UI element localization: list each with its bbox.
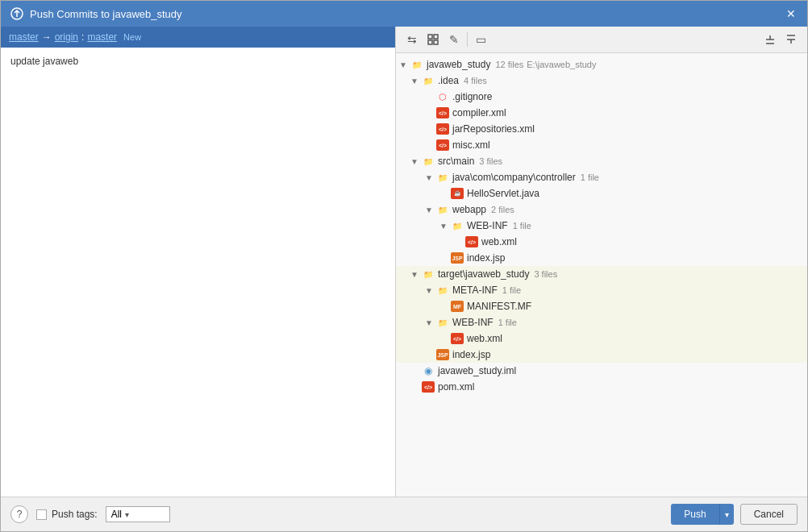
tree-srcmain[interactable]: 📁 src\main 3 files bbox=[396, 153, 807, 169]
idea-name: .idea bbox=[438, 75, 459, 86]
push-dropdown-button[interactable]: ▾ bbox=[719, 504, 734, 525]
tree-target-webxml[interactable]: </> web.xml bbox=[396, 330, 807, 347]
left-panel: master → origin : master New update java… bbox=[1, 27, 396, 497]
view-button[interactable]: ▭ bbox=[471, 30, 490, 49]
folder-icon: 📁 bbox=[436, 316, 449, 329]
xml-icon: </> bbox=[436, 139, 449, 152]
dialog-title: Push Commits to javaweb_study bbox=[30, 8, 182, 20]
commit-item[interactable]: update javaweb bbox=[1, 51, 395, 72]
metainf-meta: 1 file bbox=[502, 285, 521, 295]
srcmain-meta: 3 files bbox=[479, 156, 502, 166]
branch-arrow: → bbox=[42, 31, 52, 43]
remote-name[interactable]: origin bbox=[55, 31, 78, 43]
expand-all-button[interactable]: ⇆ bbox=[402, 30, 422, 49]
git-icon: ⬡ bbox=[436, 90, 449, 103]
commit-list: update javaweb bbox=[1, 48, 395, 497]
folder-icon: 📁 bbox=[436, 171, 449, 184]
tree-webapp-index[interactable]: JSP index.jsp bbox=[396, 250, 807, 266]
grid-icon bbox=[427, 34, 439, 45]
xml-icon: </> bbox=[422, 380, 435, 393]
toolbar-right bbox=[760, 30, 801, 49]
target-webxml-name: web.xml bbox=[467, 333, 502, 344]
footer-actions: Push ▾ Cancel bbox=[671, 504, 798, 525]
webapp-webxml-name: web.xml bbox=[481, 236, 517, 247]
target-meta: 3 files bbox=[534, 269, 557, 279]
tree-compiler-xml[interactable]: </> compiler.xml bbox=[396, 105, 807, 121]
idea-meta: 4 files bbox=[464, 76, 487, 85]
tree-target-index[interactable]: JSP index.jsp bbox=[396, 347, 807, 363]
new-badge: New bbox=[123, 32, 141, 42]
tree-arrow-webinf2 bbox=[425, 318, 436, 327]
tree-metainf[interactable]: 📁 META-INF 1 file bbox=[396, 282, 807, 298]
svg-rect-1 bbox=[428, 35, 432, 39]
local-branch[interactable]: master bbox=[9, 31, 39, 43]
webapp-index-name: index.jsp bbox=[467, 252, 505, 264]
target-name: target\javaweb_study bbox=[438, 268, 529, 280]
gitignore-name: .gitignore bbox=[452, 91, 492, 102]
tree-pom[interactable]: </> pom.xml bbox=[396, 379, 807, 395]
root-meta: 12 files bbox=[495, 60, 523, 69]
tree-arrow-webinf1 bbox=[439, 222, 451, 231]
push-tags-dropdown[interactable]: All ▾ bbox=[106, 506, 170, 522]
push-button[interactable]: Push bbox=[671, 504, 718, 525]
folder-icon: 📁 bbox=[436, 284, 449, 297]
root-name: javaweb_study bbox=[427, 59, 490, 70]
tree-helloservlet[interactable]: ☕ HelloServlet.java bbox=[396, 185, 807, 202]
collapse-button[interactable] bbox=[760, 30, 780, 49]
folder-icon: 📁 bbox=[436, 203, 449, 216]
push-button-group: Push ▾ bbox=[671, 504, 733, 525]
iml-name: javaweb_study.iml bbox=[438, 365, 516, 376]
tree-webinf1[interactable]: 📁 WEB-INF 1 file bbox=[396, 218, 807, 234]
webinf1-name: WEB-INF bbox=[467, 220, 508, 231]
webinf2-name: WEB-INF bbox=[452, 317, 494, 328]
jar-xml-name: jarRepositories.xml bbox=[452, 123, 535, 135]
pom-name: pom.xml bbox=[438, 381, 474, 393]
expand-button[interactable] bbox=[781, 30, 801, 49]
remote-branch[interactable]: master bbox=[87, 31, 117, 43]
tree-gitignore[interactable]: ⬡ .gitignore bbox=[396, 89, 807, 105]
jsp-icon: JSP bbox=[451, 251, 464, 264]
dropdown-arrow: ▾ bbox=[125, 510, 129, 519]
folder-icon: 📁 bbox=[422, 155, 435, 168]
title-bar-left: Push Commits to javaweb_study bbox=[10, 7, 182, 20]
tree-misc-xml[interactable]: </> misc.xml bbox=[396, 137, 807, 153]
manifest-name: MANIFEST.MF bbox=[467, 301, 531, 312]
compiler-xml-name: compiler.xml bbox=[452, 107, 506, 118]
webapp-name: webapp bbox=[452, 204, 486, 215]
tree-webapp-webxml[interactable]: </> web.xml bbox=[396, 234, 807, 250]
tree-jar-xml[interactable]: </> jarRepositories.xml bbox=[396, 121, 807, 137]
file-tree: 📁 javaweb_study 12 files E:\javaweb_stud… bbox=[396, 53, 807, 497]
tree-arrow-srcmain bbox=[410, 157, 422, 166]
folder-icon: 📁 bbox=[422, 268, 435, 281]
xml-icon: </> bbox=[436, 106, 449, 119]
webapp-meta: 2 files bbox=[491, 205, 514, 214]
tree-arrow-idea bbox=[410, 77, 422, 85]
close-button[interactable]: ✕ bbox=[785, 7, 798, 20]
java-icon: ☕ bbox=[451, 187, 464, 200]
collapse-icon bbox=[764, 34, 776, 45]
tree-manifest[interactable]: MF MANIFEST.MF bbox=[396, 298, 807, 314]
edit-button[interactable]: ✎ bbox=[444, 30, 464, 49]
tree-target[interactable]: 📁 target\javaweb_study 3 files bbox=[396, 266, 807, 282]
tree-controller[interactable]: 📁 java\com\company\controller 1 file bbox=[396, 169, 807, 185]
xml-icon: </> bbox=[465, 235, 478, 248]
mf-icon: MF bbox=[451, 300, 464, 313]
right-panel: ⇆ ✎ ▭ bbox=[396, 27, 807, 497]
tree-webinf2[interactable]: 📁 WEB-INF 1 file bbox=[396, 314, 807, 330]
svg-rect-4 bbox=[434, 40, 438, 44]
tree-idea[interactable]: 📁 .idea 4 files bbox=[396, 73, 807, 89]
help-button[interactable]: ? bbox=[10, 505, 28, 523]
iml-icon: ◉ bbox=[422, 364, 435, 377]
push-tags-area: Push tags: bbox=[36, 509, 98, 520]
svg-rect-3 bbox=[428, 40, 432, 44]
group-button[interactable] bbox=[423, 30, 443, 49]
cancel-button[interactable]: Cancel bbox=[740, 504, 798, 525]
tree-webapp[interactable]: 📁 webapp 2 files bbox=[396, 202, 807, 218]
push-tags-checkbox[interactable] bbox=[36, 509, 47, 520]
svg-rect-2 bbox=[434, 35, 438, 39]
tree-iml[interactable]: ◉ javaweb_study.iml bbox=[396, 363, 807, 379]
tree-root[interactable]: 📁 javaweb_study 12 files E:\javaweb_stud… bbox=[396, 56, 807, 73]
root-path: E:\javaweb_study bbox=[527, 60, 596, 69]
helloservlet-name: HelloServlet.java bbox=[467, 188, 539, 199]
branch-header: master → origin : master New bbox=[1, 27, 395, 48]
